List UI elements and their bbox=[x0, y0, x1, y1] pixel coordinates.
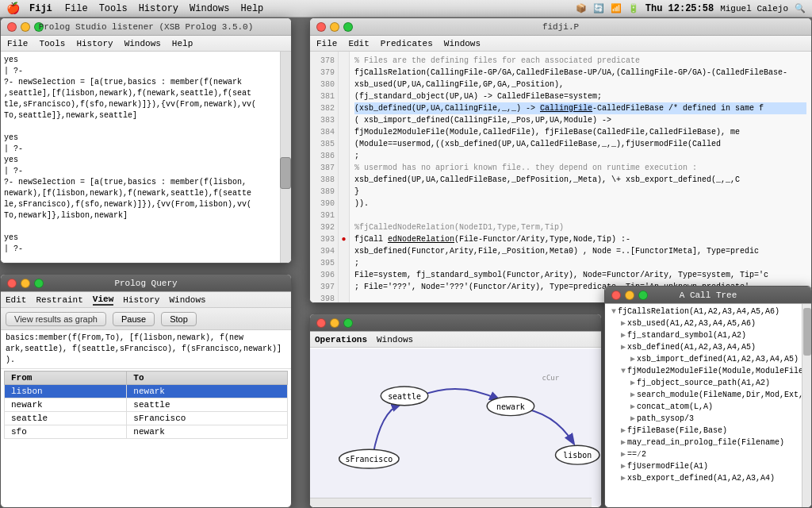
app-name: Fiji bbox=[29, 3, 52, 14]
query-tab-view[interactable]: View bbox=[93, 294, 113, 306]
expand-icon[interactable]: ▶ bbox=[630, 355, 635, 364]
expand-icon[interactable]: ▶ bbox=[621, 474, 626, 483]
tree-item[interactable]: ▶search_module(FileName,Dir,Mod,Ext,... bbox=[608, 389, 808, 401]
studio-window: Prolog Studio listener (XSB Prolog 3.5.0… bbox=[0, 17, 292, 264]
menubar-tools[interactable]: Tools bbox=[99, 3, 128, 14]
tree-item[interactable]: ▶fj_object_source_path(A1,A2) bbox=[608, 377, 808, 389]
expand-icon[interactable]: ▶ bbox=[630, 402, 635, 411]
code-line: File=system, fj_standard_symbol(Functor,… bbox=[354, 269, 806, 281]
calltree-window: A Call Tree ▼fjCallsRelation(A1,A2,A3,A4… bbox=[604, 286, 812, 508]
menubar-file[interactable]: File bbox=[65, 3, 88, 14]
expand-icon[interactable]: ▶ bbox=[621, 438, 626, 447]
expand-icon[interactable]: ▶ bbox=[621, 319, 626, 328]
calltree-scrollbar[interactable] bbox=[802, 304, 811, 507]
expand-icon[interactable]: ▶ bbox=[621, 343, 626, 352]
table-row[interactable]: seattle sFrancisco bbox=[5, 412, 288, 425]
view-graph-btn[interactable]: View results as graph bbox=[6, 312, 106, 326]
editor-close-btn[interactable] bbox=[316, 22, 326, 32]
table-row[interactable]: sfo newark bbox=[5, 425, 288, 439]
svg-text:lisbon: lisbon bbox=[563, 451, 592, 460]
tree-item[interactable]: ▶fjFileBase(File,Base) bbox=[608, 425, 808, 437]
collapse-icon[interactable]: ▼ bbox=[611, 307, 616, 316]
tree-item[interactable]: ▼fjModule2ModuleFile(Module,ModuleFile) bbox=[608, 365, 808, 377]
tree-item[interactable]: ▼fjCallsRelation(A1,A2,A3,A4,A5,A6) bbox=[608, 306, 808, 318]
stop-btn[interactable]: Stop bbox=[161, 312, 197, 326]
tree-item[interactable]: ▶==⁄2 bbox=[608, 448, 808, 460]
expand-icon[interactable]: ▶ bbox=[621, 450, 626, 459]
pause-btn[interactable]: Pause bbox=[113, 312, 155, 326]
ops-min-btn[interactable] bbox=[330, 318, 339, 328]
studio-menu-windows[interactable]: Windows bbox=[124, 39, 161, 48]
query-tab-history[interactable]: History bbox=[123, 295, 159, 305]
col-from: From bbox=[5, 371, 127, 385]
tree-item[interactable]: ▶xsb_defined(A1,A2,A3,A4,A5) bbox=[608, 341, 808, 353]
query-tab-restraint[interactable]: Restraint bbox=[36, 295, 82, 305]
editor-menu-file[interactable]: File bbox=[316, 39, 337, 48]
query-max-btn[interactable] bbox=[34, 279, 44, 288]
studio-menu-help[interactable]: Help bbox=[172, 39, 193, 48]
code-area[interactable]: % Files are the defining files for each … bbox=[350, 52, 811, 302]
table-row[interactable]: lisbon newark bbox=[5, 385, 288, 398]
editor-menu-predicates[interactable]: Predicates bbox=[381, 39, 433, 48]
code-line: % Files are the defining files for each … bbox=[354, 55, 806, 67]
studio-close-btn[interactable] bbox=[7, 22, 17, 32]
ops-tab-operations[interactable]: Operations bbox=[315, 335, 367, 344]
ops-max-btn[interactable] bbox=[343, 318, 353, 328]
svg-text:newark: newark bbox=[496, 402, 525, 411]
studio-menu-history[interactable]: History bbox=[76, 39, 113, 48]
studio-content[interactable]: yes | ?- ?- newSelection = [a(true,basic… bbox=[1, 52, 291, 263]
calltree-max-btn[interactable] bbox=[638, 291, 648, 300]
table-row[interactable]: newark seattle bbox=[5, 398, 288, 412]
svg-rect-0 bbox=[310, 348, 601, 506]
query-results-table: From To lisbon newark newark seattle sea… bbox=[4, 371, 288, 439]
apple-menu-icon[interactable]: 🍎 bbox=[6, 2, 20, 15]
ops-scrollbar-h[interactable] bbox=[310, 498, 592, 507]
tree-item[interactable]: ▶xsb_import_defined(A1,A2,A3,A4,A5) bbox=[608, 353, 808, 365]
ops-tab-windows[interactable]: Windows bbox=[377, 335, 413, 344]
menubar-history[interactable]: History bbox=[139, 3, 178, 14]
editor-content[interactable]: 378379380381382 383384385386387 38838939… bbox=[310, 52, 811, 302]
search-icon[interactable]: 🔍 bbox=[795, 3, 806, 13]
expand-icon[interactable]: ▶ bbox=[630, 391, 635, 399]
studio-text: yes | ?- ?- newSelection = [a(true,basic… bbox=[4, 55, 288, 255]
calltree-close-btn[interactable] bbox=[611, 291, 621, 300]
query-close-btn[interactable] bbox=[7, 279, 17, 288]
calltree-scroll-thumb[interactable] bbox=[803, 308, 811, 356]
editor-max-btn[interactable] bbox=[343, 22, 353, 32]
ops-graph-area[interactable]: seattle sFrancisco newark lisbon cCur bbox=[310, 348, 601, 507]
tree-item[interactable]: ▶fjUsermodFile(A1) bbox=[608, 460, 808, 472]
menubar-help[interactable]: Help bbox=[240, 3, 263, 14]
ops-close-btn[interactable] bbox=[316, 318, 326, 328]
studio-min-btn[interactable] bbox=[21, 22, 30, 32]
tree-item[interactable]: ▶xsb_export_defined(A1,A2,A3,A4) bbox=[608, 472, 808, 484]
tree-item[interactable]: ▶fj_standard_symbol(A1,A2) bbox=[608, 329, 808, 341]
editor-menu: File Edit Predicates Windows bbox=[310, 36, 811, 52]
expand-icon[interactable]: ▶ bbox=[630, 379, 635, 387]
editor-menu-edit[interactable]: Edit bbox=[348, 39, 369, 48]
expand-icon[interactable]: ▶ bbox=[630, 414, 635, 423]
editor-menu-windows[interactable]: Windows bbox=[444, 39, 481, 48]
studio-scrollbar[interactable] bbox=[280, 52, 291, 263]
dropbox-icon: 📦 bbox=[576, 3, 587, 13]
calltree-min-btn[interactable] bbox=[625, 291, 634, 300]
editor-min-btn[interactable] bbox=[330, 22, 339, 32]
query-tab-edit[interactable]: Edit bbox=[6, 295, 26, 305]
cell-from: seattle bbox=[5, 412, 127, 425]
menubar-windows[interactable]: Windows bbox=[190, 3, 229, 14]
studio-menu-file[interactable]: File bbox=[7, 39, 28, 48]
tree-item[interactable]: ▶xsb_used(A1,A2,A3,A4,A5,A6) bbox=[608, 318, 808, 329]
code-line: fjCall edNodeRelation(File-Functor/Arity… bbox=[354, 233, 806, 245]
tree-item[interactable]: ▶may_read_in_prolog_file(Filename) bbox=[608, 437, 808, 448]
tree-item[interactable]: ▶concat_atom(L,A) bbox=[608, 401, 808, 413]
query-tab-windows[interactable]: Windows bbox=[169, 295, 205, 305]
collapse-icon[interactable]: ▼ bbox=[621, 367, 626, 375]
tree-item[interactable]: ▶path_sysop/3 bbox=[608, 413, 808, 425]
studio-menu-tools[interactable]: Tools bbox=[39, 39, 65, 48]
expand-icon[interactable]: ▶ bbox=[621, 462, 626, 471]
studio-scroll-thumb[interactable] bbox=[280, 157, 291, 189]
calltree-content: ▼fjCallsRelation(A1,A2,A3,A4,A5,A6) ▶xsb… bbox=[605, 304, 811, 507]
expand-icon[interactable]: ▶ bbox=[621, 426, 626, 435]
editor-window-controls bbox=[316, 22, 353, 32]
query-min-btn[interactable] bbox=[21, 279, 30, 288]
expand-icon[interactable]: ▶ bbox=[621, 331, 626, 340]
